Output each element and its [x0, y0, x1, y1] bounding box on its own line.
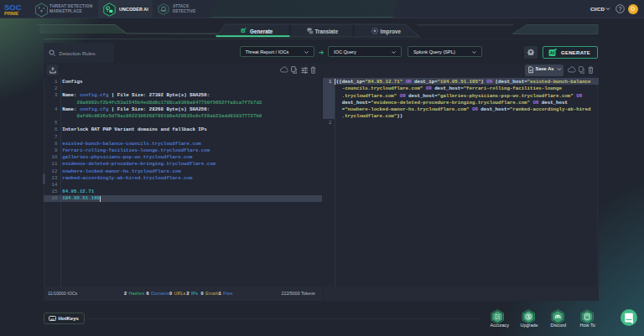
svg-text:AI: AI: [550, 50, 555, 55]
svg-text:SOC: SOC: [4, 3, 22, 12]
svg-text:?: ?: [618, 6, 621, 12]
svg-text:PRIME: PRIME: [4, 11, 19, 16]
svg-text:O: O: [631, 6, 635, 12]
